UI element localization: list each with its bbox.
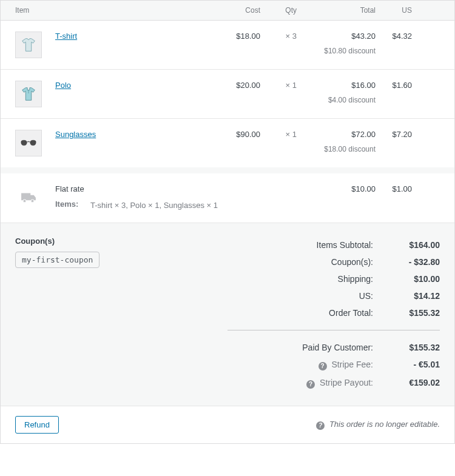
item-cost: $90.00	[218, 130, 260, 139]
order-items-panel: Item Cost Qty Total US T-shirt $18.00 × …	[0, 0, 455, 444]
col-header-item: Item	[15, 6, 218, 15]
col-header-tax: US	[376, 6, 412, 15]
shipping-total-value: $10.00	[373, 274, 440, 284]
truck-icon	[15, 184, 42, 211]
items-list: T-shirt $18.00 × 3 $43.20 $10.80 discoun…	[1, 21, 454, 167]
item-qty: × 1	[260, 130, 297, 139]
product-thumbnail[interactable]	[15, 130, 42, 156]
items-table-header: Item Cost Qty Total US	[1, 1, 454, 21]
order-lock-note: ? This order is no longer editable.	[316, 420, 440, 430]
stripe-fee-value: - €5.01	[373, 360, 440, 370]
stripe-fee-label: ? Stripe Fee:	[228, 360, 373, 370]
item-qty: × 1	[260, 81, 297, 90]
subtotal-value: $164.00	[373, 240, 440, 250]
stripe-payout-value: €159.02	[373, 378, 440, 389]
item-cost: $18.00	[218, 32, 260, 41]
tax-total-value: $14.12	[373, 291, 440, 301]
polo-icon	[19, 85, 38, 103]
item-total: $43.20 $10.80 discount	[297, 32, 376, 55]
shipping-method-name: Flat rate	[55, 184, 297, 193]
subtotal-label: Items Subtotal:	[228, 240, 373, 250]
stripe-payout-label: ? Stripe Payout:	[228, 378, 373, 389]
shipping-total-label: Shipping:	[228, 274, 373, 284]
totals-table: Items Subtotal: $164.00 Coupon(s): - $32…	[228, 236, 440, 392]
totals-section: Coupon(s) my-first-coupon Items Subtotal…	[1, 223, 454, 406]
item-total: $16.00 $4.00 discount	[297, 81, 376, 104]
item-discount: $10.80 discount	[297, 47, 376, 55]
shipping-section: Flat rate Items: T-shirt × 3, Polo × 1, …	[1, 167, 454, 223]
tshirt-icon	[19, 36, 38, 54]
item-discount: $18.00 discount	[297, 145, 376, 153]
product-link[interactable]: T-shirt	[55, 32, 77, 41]
item-tax: $1.60	[376, 81, 412, 90]
totals-divider	[228, 330, 440, 330]
svg-point-1	[31, 199, 34, 203]
shipping-tax: $1.00	[376, 184, 412, 193]
tax-total-label: US:	[228, 291, 373, 301]
col-header-qty: Qty	[260, 6, 297, 15]
coupon-total-value: - $32.80	[373, 257, 440, 267]
product-link[interactable]: Sunglasses	[55, 130, 96, 139]
item-tax: $4.32	[376, 32, 412, 41]
coupon-tag[interactable]: my-first-coupon	[15, 252, 99, 268]
coupons-title: Coupon(s)	[15, 236, 228, 246]
coupon-total-label: Coupon(s):	[228, 257, 373, 267]
item-discount: $4.00 discount	[297, 96, 376, 104]
product-link[interactable]: Polo	[55, 81, 71, 90]
paid-value: $155.32	[373, 343, 440, 352]
product-thumbnail[interactable]	[15, 32, 42, 58]
shipping-items-label: Items:	[55, 199, 90, 212]
help-icon[interactable]: ?	[316, 421, 325, 430]
col-header-cost: Cost	[218, 6, 260, 15]
product-thumbnail[interactable]	[15, 81, 42, 107]
item-cost: $20.00	[218, 81, 260, 90]
svg-point-0	[23, 199, 26, 203]
shipping-total: $10.00	[297, 184, 376, 193]
item-total: $72.00 $18.00 discount	[297, 130, 376, 153]
help-icon[interactable]: ?	[306, 380, 315, 389]
sunglasses-icon	[19, 134, 38, 152]
refund-button[interactable]: Refund	[15, 416, 59, 434]
item-tax: $7.20	[376, 130, 412, 139]
item-qty: × 3	[260, 32, 297, 41]
table-row: T-shirt $18.00 × 3 $43.20 $10.80 discoun…	[1, 21, 454, 70]
table-row: Sunglasses $90.00 × 1 $72.00 $18.00 disc…	[1, 119, 454, 167]
table-row: Polo $20.00 × 1 $16.00 $4.00 discount $1…	[1, 70, 454, 119]
shipping-items-text: T-shirt × 3, Polo × 1, Sunglasses × 1	[90, 199, 218, 212]
order-total-value: $155.32	[373, 308, 440, 318]
order-total-label: Order Total:	[228, 308, 373, 318]
col-header-total: Total	[297, 6, 376, 15]
paid-label: Paid By Customer:	[228, 343, 373, 352]
help-icon[interactable]: ?	[318, 362, 327, 370]
order-actions-footer: Refund ? This order is no longer editabl…	[1, 406, 454, 443]
